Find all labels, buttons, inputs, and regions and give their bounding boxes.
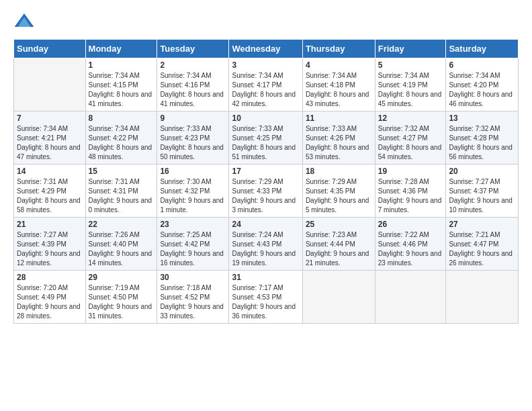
day-number: 11 (306, 113, 372, 123)
day-info: Sunrise: 7:33 AMSunset: 4:23 PMDaylight:… (160, 124, 226, 162)
weekday-header-thursday: Thursday (302, 40, 375, 58)
day-info: Sunrise: 7:20 AMSunset: 4:49 PMDaylight:… (17, 283, 83, 321)
calendar-table: SundayMondayTuesdayWednesdayThursdayFrid… (13, 39, 519, 324)
calendar-cell: 21Sunrise: 7:27 AMSunset: 4:39 PMDayligh… (14, 218, 86, 271)
weekday-header-saturday: Saturday (446, 40, 519, 58)
calendar-cell: 16Sunrise: 7:30 AMSunset: 4:32 PMDayligh… (157, 165, 229, 218)
calendar-cell: 4Sunrise: 7:34 AMSunset: 4:18 PMDaylight… (302, 58, 375, 111)
day-number: 21 (17, 220, 83, 229)
day-info: Sunrise: 7:33 AMSunset: 4:26 PMDaylight:… (306, 124, 372, 162)
week-row-1: 1Sunrise: 7:34 AMSunset: 4:15 PMDaylight… (14, 58, 519, 111)
day-number: 16 (160, 167, 226, 176)
calendar-cell: 22Sunrise: 7:26 AMSunset: 4:40 PMDayligh… (85, 218, 157, 271)
day-info: Sunrise: 7:34 AMSunset: 4:18 PMDaylight:… (306, 71, 372, 109)
day-info: Sunrise: 7:21 AMSunset: 4:47 PMDaylight:… (449, 230, 515, 268)
calendar-cell: 25Sunrise: 7:23 AMSunset: 4:44 PMDayligh… (302, 218, 375, 271)
day-number: 7 (17, 113, 83, 123)
day-number: 20 (449, 167, 515, 176)
calendar-cell (302, 271, 375, 324)
day-info: Sunrise: 7:31 AMSunset: 4:29 PMDaylight:… (17, 177, 83, 215)
day-number: 31 (232, 273, 299, 282)
calendar-cell: 5Sunrise: 7:34 AMSunset: 4:19 PMDaylight… (375, 58, 446, 111)
day-number: 4 (306, 60, 372, 70)
day-info: Sunrise: 7:34 AMSunset: 4:15 PMDaylight:… (89, 71, 154, 109)
calendar-cell: 15Sunrise: 7:31 AMSunset: 4:31 PMDayligh… (85, 165, 157, 218)
day-info: Sunrise: 7:33 AMSunset: 4:25 PMDaylight:… (232, 124, 299, 162)
calendar-cell: 31Sunrise: 7:17 AMSunset: 4:53 PMDayligh… (229, 271, 302, 324)
calendar-cell: 24Sunrise: 7:24 AMSunset: 4:43 PMDayligh… (229, 218, 302, 271)
day-info: Sunrise: 7:34 AMSunset: 4:16 PMDaylight:… (160, 71, 226, 109)
calendar-cell (14, 58, 86, 111)
logo-icon (13, 11, 35, 32)
calendar-cell: 20Sunrise: 7:27 AMSunset: 4:37 PMDayligh… (446, 165, 519, 218)
day-info: Sunrise: 7:27 AMSunset: 4:39 PMDaylight:… (17, 230, 83, 268)
calendar-cell: 29Sunrise: 7:19 AMSunset: 4:50 PMDayligh… (85, 271, 157, 324)
day-number: 15 (89, 167, 154, 176)
day-info: Sunrise: 7:34 AMSunset: 4:20 PMDaylight:… (449, 71, 515, 109)
day-info: Sunrise: 7:29 AMSunset: 4:33 PMDaylight:… (232, 177, 299, 215)
day-number: 27 (449, 220, 515, 229)
day-info: Sunrise: 7:22 AMSunset: 4:46 PMDaylight:… (378, 230, 443, 268)
day-info: Sunrise: 7:29 AMSunset: 4:35 PMDaylight:… (306, 177, 372, 215)
calendar-cell: 23Sunrise: 7:25 AMSunset: 4:42 PMDayligh… (157, 218, 229, 271)
day-number: 10 (232, 113, 299, 123)
calendar-cell (375, 271, 446, 324)
calendar-cell: 7Sunrise: 7:34 AMSunset: 4:21 PMDaylight… (14, 111, 86, 165)
weekday-header-friday: Friday (375, 40, 446, 58)
day-number: 8 (89, 113, 154, 123)
day-number: 14 (17, 167, 83, 176)
day-info: Sunrise: 7:27 AMSunset: 4:37 PMDaylight:… (449, 177, 515, 215)
calendar-cell: 2Sunrise: 7:34 AMSunset: 4:16 PMDaylight… (157, 58, 229, 111)
day-info: Sunrise: 7:17 AMSunset: 4:53 PMDaylight:… (232, 283, 299, 321)
calendar-cell: 1Sunrise: 7:34 AMSunset: 4:15 PMDaylight… (85, 58, 157, 111)
day-number: 13 (449, 113, 515, 123)
day-info: Sunrise: 7:32 AMSunset: 4:28 PMDaylight:… (449, 124, 515, 162)
day-info: Sunrise: 7:34 AMSunset: 4:21 PMDaylight:… (17, 124, 83, 162)
day-info: Sunrise: 7:18 AMSunset: 4:52 PMDaylight:… (160, 283, 226, 321)
day-number: 19 (378, 167, 443, 176)
day-number: 5 (378, 60, 443, 70)
calendar-cell: 19Sunrise: 7:28 AMSunset: 4:36 PMDayligh… (375, 165, 446, 218)
day-number: 3 (232, 60, 299, 70)
day-info: Sunrise: 7:23 AMSunset: 4:44 PMDaylight:… (306, 230, 372, 268)
day-info: Sunrise: 7:26 AMSunset: 4:40 PMDaylight:… (89, 230, 154, 268)
calendar-cell: 6Sunrise: 7:34 AMSunset: 4:20 PMDaylight… (446, 58, 519, 111)
weekday-header-row: SundayMondayTuesdayWednesdayThursdayFrid… (14, 40, 519, 58)
week-row-5: 28Sunrise: 7:20 AMSunset: 4:49 PMDayligh… (14, 271, 519, 324)
day-info: Sunrise: 7:32 AMSunset: 4:27 PMDaylight:… (378, 124, 443, 162)
day-info: Sunrise: 7:34 AMSunset: 4:22 PMDaylight:… (89, 124, 154, 162)
day-number: 18 (306, 167, 372, 176)
day-info: Sunrise: 7:30 AMSunset: 4:32 PMDaylight:… (160, 177, 226, 215)
header (13, 11, 519, 32)
day-number: 6 (449, 60, 515, 70)
calendar-cell: 3Sunrise: 7:34 AMSunset: 4:17 PMDaylight… (229, 58, 302, 111)
day-number: 9 (160, 113, 226, 123)
weekday-header-tuesday: Tuesday (157, 40, 229, 58)
day-info: Sunrise: 7:34 AMSunset: 4:17 PMDaylight:… (232, 71, 299, 109)
day-info: Sunrise: 7:19 AMSunset: 4:50 PMDaylight:… (89, 283, 154, 321)
logo (13, 11, 38, 32)
calendar-cell: 18Sunrise: 7:29 AMSunset: 4:35 PMDayligh… (302, 165, 375, 218)
week-row-3: 14Sunrise: 7:31 AMSunset: 4:29 PMDayligh… (14, 165, 519, 218)
day-info: Sunrise: 7:25 AMSunset: 4:42 PMDaylight:… (160, 230, 226, 268)
day-info: Sunrise: 7:24 AMSunset: 4:43 PMDaylight:… (232, 230, 299, 268)
calendar-cell: 17Sunrise: 7:29 AMSunset: 4:33 PMDayligh… (229, 165, 302, 218)
calendar-cell: 30Sunrise: 7:18 AMSunset: 4:52 PMDayligh… (157, 271, 229, 324)
day-number: 24 (232, 220, 299, 229)
calendar-cell: 11Sunrise: 7:33 AMSunset: 4:26 PMDayligh… (302, 111, 375, 165)
calendar-cell: 9Sunrise: 7:33 AMSunset: 4:23 PMDaylight… (157, 111, 229, 165)
day-number: 1 (89, 60, 154, 70)
weekday-header-sunday: Sunday (14, 40, 86, 58)
weekday-header-monday: Monday (85, 40, 157, 58)
calendar-cell: 13Sunrise: 7:32 AMSunset: 4:28 PMDayligh… (446, 111, 519, 165)
calendar-cell: 14Sunrise: 7:31 AMSunset: 4:29 PMDayligh… (14, 165, 86, 218)
day-info: Sunrise: 7:31 AMSunset: 4:31 PMDaylight:… (89, 177, 154, 215)
day-number: 22 (89, 220, 154, 229)
day-info: Sunrise: 7:34 AMSunset: 4:19 PMDaylight:… (378, 71, 443, 109)
week-row-4: 21Sunrise: 7:27 AMSunset: 4:39 PMDayligh… (14, 218, 519, 271)
calendar-cell: 27Sunrise: 7:21 AMSunset: 4:47 PMDayligh… (446, 218, 519, 271)
week-row-2: 7Sunrise: 7:34 AMSunset: 4:21 PMDaylight… (14, 111, 519, 165)
day-number: 30 (160, 273, 226, 282)
day-number: 25 (306, 220, 372, 229)
page: SundayMondayTuesdayWednesdayThursdayFrid… (0, 0, 532, 330)
